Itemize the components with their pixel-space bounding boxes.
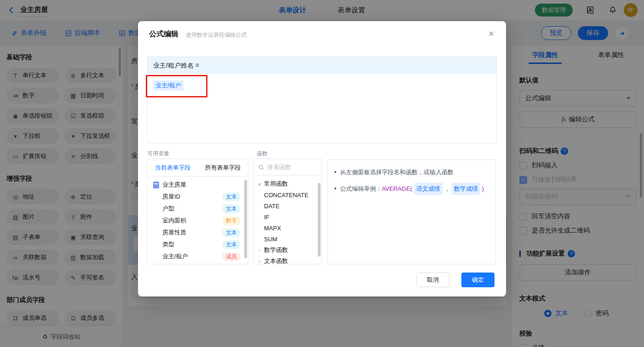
tip-line-1: 从左侧面板选择字段名和函数，或输入函数	[334, 167, 489, 177]
variable-row[interactable]: 业主/租户 成员	[148, 250, 248, 262]
variables-panel: 当前表单字段 所有表单字段 业主房屋 房屋ID 文本 户型 文本 室内面积	[147, 159, 248, 264]
bullet-icon	[334, 188, 336, 189]
function-group-text[interactable]: › 文本函数	[253, 256, 322, 264]
type-badge: 成员	[222, 252, 241, 261]
tab-all-form-fields[interactable]: 所有表单字段	[198, 159, 248, 176]
red-annotation-box	[146, 75, 207, 97]
tip-line-2: 公式编辑举例：AVERAGE( 语文成绩 ， 数学成绩 )	[334, 183, 489, 195]
cancel-button[interactable]: 取消	[416, 273, 449, 287]
variables-list: 业主房屋 房屋ID 文本 户型 文本 室内面积 数字 房屋性质 文本	[148, 176, 248, 262]
variable-row[interactable]: 房屋性质 文本	[148, 227, 248, 239]
modal-title: 公式编辑	[149, 29, 178, 39]
function-group-common[interactable]: ∨ 常用函数	[253, 178, 322, 189]
variables-tabs: 当前表单字段 所有表单字段	[148, 159, 248, 176]
function-item[interactable]: CONCATENATE	[253, 189, 322, 200]
example-function-name: AVERAGE(	[382, 185, 412, 192]
form-doc-icon	[153, 182, 159, 188]
function-item[interactable]: SUM	[253, 233, 322, 245]
functions-list: ∨ 常用函数 CONCATENATE DATE IF MAPX SUM › 数学…	[253, 176, 322, 264]
function-item[interactable]: IF	[253, 211, 322, 222]
variable-row[interactable]: 户型 文本	[148, 203, 248, 215]
formula-target-label: 业主/租户姓名 =	[148, 57, 496, 74]
functions-panel: ∨ 常用函数 CONCATENATE DATE IF MAPX SUM › 数学…	[253, 159, 322, 264]
variables-label: 可用变量	[147, 150, 169, 158]
close-icon[interactable]: ×	[489, 28, 494, 38]
variable-row[interactable]: 房屋ID 文本	[148, 191, 248, 203]
type-badge: 数字	[222, 216, 241, 225]
formula-box: 业主/租户姓名 = 业主/租户	[147, 57, 497, 143]
type-badge: 文本	[222, 240, 241, 249]
variable-row[interactable]: 室内面积 数字	[148, 215, 248, 227]
caret-right-icon: ›	[257, 259, 262, 264]
variables-scrollbar[interactable]	[244, 180, 247, 258]
function-search-input[interactable]	[267, 164, 313, 171]
modal-footer: 取消 确定	[416, 273, 494, 287]
caret-right-icon: ›	[257, 248, 262, 253]
functions-scrollbar[interactable]	[318, 183, 321, 256]
tips-panel: 从左侧面板选择字段名和函数，或输入函数 公式编辑举例：AVERAGE( 语文成绩…	[328, 159, 496, 264]
function-search	[253, 159, 322, 176]
example-arg-chip: 语文成绩	[414, 183, 443, 195]
formula-edit-modal: 公式编辑 使用数学运算符编辑公式 × 业主/租户姓名 = 业主/租户 可用变量 …	[138, 21, 506, 296]
search-icon	[258, 164, 264, 171]
functions-label: 函数	[257, 150, 268, 158]
type-badge: 文本	[222, 228, 241, 237]
function-item[interactable]: DATE	[253, 200, 322, 211]
example-arg-chip: 数学成绩	[452, 183, 480, 195]
tab-current-form-fields[interactable]: 当前表单字段	[148, 159, 198, 176]
modal-subtitle: 使用数学运算符编辑公式	[186, 31, 247, 39]
function-group-math[interactable]: › 数学函数	[253, 245, 322, 256]
type-badge: 文本	[222, 193, 241, 201]
caret-down-icon: ∨	[257, 182, 262, 187]
bullet-icon	[334, 171, 336, 173]
variable-row[interactable]: 类型 文本	[148, 239, 248, 250]
type-badge: 文本	[222, 205, 241, 213]
function-item[interactable]: MAPX	[253, 222, 322, 233]
confirm-button[interactable]: 确定	[461, 273, 494, 287]
app-root: 业主房屋 表单设计 表单设置 数据管理 作 表单外链	[0, 0, 644, 347]
variable-form-root[interactable]: 业主房屋	[148, 179, 248, 191]
